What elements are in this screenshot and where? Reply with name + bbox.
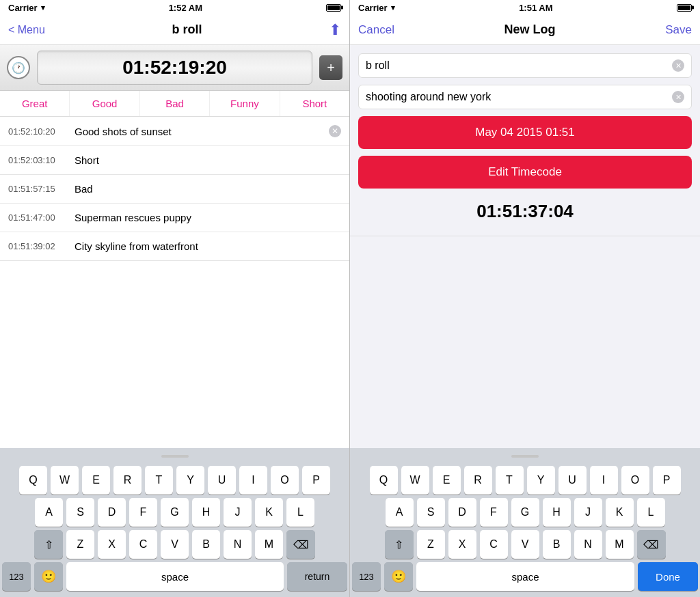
r-key-b[interactable]: B [543,530,571,559]
key-m[interactable]: M [255,530,283,559]
key-w[interactable]: W [51,466,79,495]
key-h[interactable]: H [192,498,220,527]
key-d[interactable]: D [98,498,126,527]
r-key-y[interactable]: Y [527,466,555,495]
log-item-2[interactable]: 01:51:57:15 Bad [0,175,349,204]
r-key-n[interactable]: N [574,530,602,559]
r-key-done[interactable]: Done [638,562,698,591]
key-v[interactable]: V [161,530,189,559]
r-key-p[interactable]: P [653,466,681,495]
key-g[interactable]: G [161,498,189,527]
right-edit-timecode-button[interactable]: Edit Timecode [358,156,692,189]
key-delete[interactable]: ⌫ [286,530,315,559]
key-u[interactable]: U [208,466,236,495]
left-back-button[interactable]: < Menu [8,24,45,36]
key-j[interactable]: J [224,498,252,527]
key-c[interactable]: C [129,530,157,559]
left-share-button[interactable]: ⬆ [329,21,341,39]
r-key-v[interactable]: V [511,530,539,559]
tag-bad[interactable]: Bad [140,91,210,116]
key-l[interactable]: L [286,498,314,527]
right-date-button[interactable]: May 04 2015 01:51 [358,116,692,149]
key-return[interactable]: return [287,562,347,591]
right-field1[interactable]: b roll ✕ [358,53,692,78]
log-clear-0[interactable]: ✕ [329,125,341,137]
key-123[interactable]: 123 [2,562,31,591]
key-x[interactable]: X [98,530,126,559]
log-item-0[interactable]: 01:52:10:20 Good shots of sunset ✕ [0,117,349,146]
right-field2-clear[interactable]: ✕ [672,91,684,103]
key-o[interactable]: O [271,466,299,495]
r-key-f[interactable]: F [480,498,508,527]
r-key-z[interactable]: Z [417,530,445,559]
left-battery-icon [326,4,341,12]
r-key-u[interactable]: U [558,466,587,495]
log-item-4[interactable]: 01:51:39:02 City skyline from waterfront [0,232,349,261]
left-kb-separator [0,448,349,462]
key-space[interactable]: space [66,562,284,591]
r-key-x[interactable]: X [448,530,476,559]
r-key-d[interactable]: D [448,498,476,527]
r-key-r[interactable]: R [464,466,492,495]
key-y[interactable]: Y [176,466,204,495]
left-tags-bar: Great Good Bad Funny Short [0,91,349,117]
key-f[interactable]: F [129,498,157,527]
r-key-m[interactable]: M [606,530,634,559]
key-emoji[interactable]: 🙂 [34,562,63,591]
r-key-l[interactable]: L [637,498,665,527]
tag-funny[interactable]: Funny [210,91,280,116]
right-field2[interactable]: shooting around new york ✕ [358,85,692,109]
r-key-shift[interactable]: ⇧ [385,530,414,559]
tag-short[interactable]: Short [280,91,349,116]
left-clock-icon[interactable]: 🕐 [7,56,30,79]
r-key-delete[interactable]: ⌫ [637,530,666,559]
right-save-button[interactable]: Save [665,23,692,37]
right-cancel-button[interactable]: Cancel [358,23,394,37]
r-key-j[interactable]: J [574,498,602,527]
r-key-g[interactable]: G [511,498,539,527]
log-item-1[interactable]: 01:52:03:10 Short [0,146,349,175]
r-key-i[interactable]: I [590,466,618,495]
r-key-e[interactable]: E [433,466,461,495]
r-key-a[interactable]: A [386,498,414,527]
left-nav-bar: < Menu b roll ⬆ [0,15,349,45]
log-label-4: City skyline from waterfront [75,240,341,252]
log-item-3[interactable]: 01:51:47:00 Superman rescues puppy [0,204,349,232]
left-wifi-icon: ▾ [41,3,45,12]
left-spacer [0,283,349,449]
key-s[interactable]: S [66,498,94,527]
key-r[interactable]: R [113,466,142,495]
r-key-c[interactable]: C [480,530,508,559]
r-key-t[interactable]: T [496,466,524,495]
right-status-time: 1:51 AM [519,3,552,13]
key-z[interactable]: Z [66,530,94,559]
r-key-space[interactable]: space [416,562,634,591]
key-q[interactable]: Q [19,466,47,495]
r-key-k[interactable]: K [606,498,634,527]
key-p[interactable]: P [302,466,330,495]
log-label-0: Good shots of sunset [75,126,321,137]
left-timer-area: 🕐 01:52:19:20 + [0,45,349,91]
tag-good[interactable]: Good [70,91,139,116]
left-add-log-button[interactable]: + [319,55,342,80]
key-n[interactable]: N [224,530,252,559]
r-key-123[interactable]: 123 [352,562,381,591]
key-e[interactable]: E [82,466,110,495]
left-keyboard: Q W E R T Y U I O P A S D F G H J K L [0,462,349,597]
right-nav-bar: Cancel New Log Save [350,15,700,45]
r-key-o[interactable]: O [621,466,649,495]
r-key-emoji[interactable]: 🙂 [384,562,413,591]
key-b[interactable]: B [192,530,220,559]
key-i[interactable]: I [239,466,267,495]
r-key-q[interactable]: Q [370,466,398,495]
right-field1-clear[interactable]: ✕ [672,59,684,72]
r-key-h[interactable]: H [543,498,571,527]
key-shift[interactable]: ⇧ [34,530,63,559]
r-key-s[interactable]: S [417,498,445,527]
key-t[interactable]: T [145,466,173,495]
tag-great[interactable]: Great [0,91,70,116]
left-separator-bar [161,455,189,458]
key-k[interactable]: K [255,498,283,527]
r-key-w[interactable]: W [401,466,429,495]
key-a[interactable]: A [35,498,63,527]
